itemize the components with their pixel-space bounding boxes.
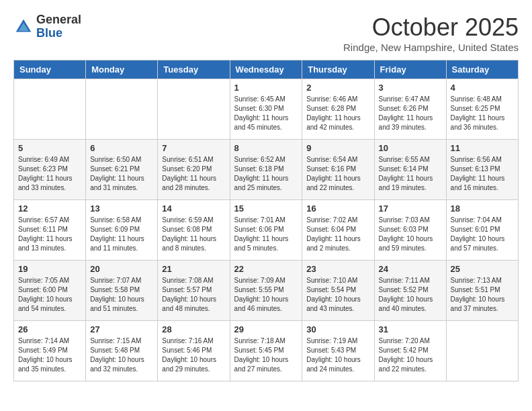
day-cell-2: 2Sunrise: 6:46 AM Sunset: 6:28 PM Daylig… bbox=[302, 79, 374, 140]
day-info-9: Sunrise: 6:54 AM Sunset: 6:16 PM Dayligh… bbox=[306, 155, 369, 193]
day-number-14: 14 bbox=[162, 203, 225, 214]
day-cell-13: 13Sunrise: 6:58 AM Sunset: 6:09 PM Dayli… bbox=[86, 200, 158, 261]
day-number-8: 8 bbox=[234, 143, 298, 153]
day-cell-22: 22Sunrise: 7:09 AM Sunset: 5:55 PM Dayli… bbox=[230, 261, 302, 321]
day-number-31: 31 bbox=[379, 324, 442, 334]
day-cell-6: 6Sunrise: 6:50 AM Sunset: 6:21 PM Daylig… bbox=[86, 140, 158, 200]
day-number-1: 1 bbox=[234, 83, 298, 93]
day-number-15: 15 bbox=[234, 203, 298, 214]
day-cell-11: 11Sunrise: 6:56 AM Sunset: 6:13 PM Dayli… bbox=[446, 140, 518, 200]
weekday-header-friday: Friday bbox=[374, 60, 446, 79]
week-row-4: 19Sunrise: 7:05 AM Sunset: 6:00 PM Dayli… bbox=[14, 261, 519, 321]
week-row-2: 5Sunrise: 6:49 AM Sunset: 6:23 PM Daylig… bbox=[14, 140, 519, 200]
logo-general: General bbox=[36, 13, 81, 27]
day-info-12: Sunrise: 6:57 AM Sunset: 6:11 PM Dayligh… bbox=[18, 216, 81, 253]
day-number-17: 17 bbox=[379, 203, 442, 214]
day-cell-25: 25Sunrise: 7:13 AM Sunset: 5:51 PM Dayli… bbox=[446, 261, 518, 321]
empty-cell bbox=[446, 321, 518, 381]
day-number-20: 20 bbox=[90, 264, 153, 274]
weekday-header-thursday: Thursday bbox=[302, 60, 374, 79]
week-row-1: 1Sunrise: 6:45 AM Sunset: 6:30 PM Daylig… bbox=[14, 79, 519, 140]
day-number-4: 4 bbox=[451, 83, 514, 93]
day-info-29: Sunrise: 7:18 AM Sunset: 5:45 PM Dayligh… bbox=[234, 336, 298, 374]
day-number-6: 6 bbox=[90, 143, 153, 153]
day-info-10: Sunrise: 6:55 AM Sunset: 6:14 PM Dayligh… bbox=[379, 155, 442, 193]
day-cell-23: 23Sunrise: 7:10 AM Sunset: 5:54 PM Dayli… bbox=[302, 261, 374, 321]
day-info-6: Sunrise: 6:50 AM Sunset: 6:21 PM Dayligh… bbox=[90, 155, 153, 193]
day-cell-4: 4Sunrise: 6:48 AM Sunset: 6:25 PM Daylig… bbox=[446, 79, 518, 140]
day-cell-15: 15Sunrise: 7:01 AM Sunset: 6:06 PM Dayli… bbox=[230, 200, 302, 261]
day-cell-30: 30Sunrise: 7:19 AM Sunset: 5:43 PM Dayli… bbox=[302, 321, 374, 381]
day-number-23: 23 bbox=[306, 264, 369, 274]
day-info-16: Sunrise: 7:02 AM Sunset: 6:04 PM Dayligh… bbox=[306, 216, 369, 253]
day-info-5: Sunrise: 6:49 AM Sunset: 6:23 PM Dayligh… bbox=[18, 155, 81, 193]
day-number-19: 19 bbox=[18, 264, 81, 274]
day-cell-7: 7Sunrise: 6:51 AM Sunset: 6:20 PM Daylig… bbox=[158, 140, 230, 200]
day-cell-3: 3Sunrise: 6:47 AM Sunset: 6:26 PM Daylig… bbox=[374, 79, 446, 140]
day-number-12: 12 bbox=[18, 203, 81, 214]
weekday-header-row: SundayMondayTuesdayWednesdayThursdayFrid… bbox=[14, 60, 519, 79]
day-number-22: 22 bbox=[234, 264, 298, 274]
logo-icon bbox=[13, 17, 34, 37]
weekday-header-sunday: Sunday bbox=[14, 60, 86, 79]
day-info-8: Sunrise: 6:52 AM Sunset: 6:18 PM Dayligh… bbox=[234, 155, 298, 193]
calendar-table: SundayMondayTuesdayWednesdayThursdayFrid… bbox=[13, 60, 519, 381]
day-info-30: Sunrise: 7:19 AM Sunset: 5:43 PM Dayligh… bbox=[306, 336, 369, 374]
week-row-5: 26Sunrise: 7:14 AM Sunset: 5:49 PM Dayli… bbox=[14, 321, 519, 381]
day-number-18: 18 bbox=[451, 203, 514, 214]
day-info-21: Sunrise: 7:08 AM Sunset: 5:57 PM Dayligh… bbox=[162, 276, 225, 314]
weekday-header-saturday: Saturday bbox=[446, 60, 518, 79]
day-info-11: Sunrise: 6:56 AM Sunset: 6:13 PM Dayligh… bbox=[451, 155, 514, 193]
day-cell-21: 21Sunrise: 7:08 AM Sunset: 5:57 PM Dayli… bbox=[158, 261, 230, 321]
logo-blue: Blue bbox=[36, 27, 81, 40]
day-info-20: Sunrise: 7:07 AM Sunset: 5:58 PM Dayligh… bbox=[90, 276, 153, 314]
day-info-14: Sunrise: 6:59 AM Sunset: 6:08 PM Dayligh… bbox=[162, 216, 225, 253]
day-cell-20: 20Sunrise: 7:07 AM Sunset: 5:58 PM Dayli… bbox=[86, 261, 158, 321]
day-info-28: Sunrise: 7:16 AM Sunset: 5:46 PM Dayligh… bbox=[162, 336, 225, 374]
day-number-29: 29 bbox=[234, 324, 298, 334]
day-number-24: 24 bbox=[379, 264, 442, 274]
day-number-13: 13 bbox=[90, 203, 153, 214]
weekday-header-monday: Monday bbox=[86, 60, 158, 79]
day-number-21: 21 bbox=[162, 264, 225, 274]
day-info-23: Sunrise: 7:10 AM Sunset: 5:54 PM Dayligh… bbox=[306, 276, 369, 314]
day-info-1: Sunrise: 6:45 AM Sunset: 6:30 PM Dayligh… bbox=[234, 95, 298, 132]
day-number-2: 2 bbox=[306, 83, 369, 93]
day-number-28: 28 bbox=[162, 324, 225, 334]
day-info-27: Sunrise: 7:15 AM Sunset: 5:48 PM Dayligh… bbox=[90, 336, 153, 374]
day-info-31: Sunrise: 7:20 AM Sunset: 5:42 PM Dayligh… bbox=[379, 336, 442, 374]
location: Rindge, New Hampshire, United States bbox=[343, 42, 519, 53]
weekday-header-wednesday: Wednesday bbox=[230, 60, 302, 79]
day-number-10: 10 bbox=[379, 143, 442, 153]
day-info-17: Sunrise: 7:03 AM Sunset: 6:03 PM Dayligh… bbox=[379, 216, 442, 253]
day-cell-29: 29Sunrise: 7:18 AM Sunset: 5:45 PM Dayli… bbox=[230, 321, 302, 381]
day-number-3: 3 bbox=[379, 83, 442, 93]
logo: General Blue bbox=[13, 13, 81, 40]
day-cell-9: 9Sunrise: 6:54 AM Sunset: 6:16 PM Daylig… bbox=[302, 140, 374, 200]
month-title: October 2025 bbox=[343, 13, 519, 42]
day-cell-28: 28Sunrise: 7:16 AM Sunset: 5:46 PM Dayli… bbox=[158, 321, 230, 381]
day-cell-27: 27Sunrise: 7:15 AM Sunset: 5:48 PM Dayli… bbox=[86, 321, 158, 381]
day-number-30: 30 bbox=[306, 324, 369, 334]
day-info-15: Sunrise: 7:01 AM Sunset: 6:06 PM Dayligh… bbox=[234, 216, 298, 253]
day-info-26: Sunrise: 7:14 AM Sunset: 5:49 PM Dayligh… bbox=[18, 336, 81, 374]
day-cell-8: 8Sunrise: 6:52 AM Sunset: 6:18 PM Daylig… bbox=[230, 140, 302, 200]
day-info-7: Sunrise: 6:51 AM Sunset: 6:20 PM Dayligh… bbox=[162, 155, 225, 193]
day-cell-16: 16Sunrise: 7:02 AM Sunset: 6:04 PM Dayli… bbox=[302, 200, 374, 261]
day-info-13: Sunrise: 6:58 AM Sunset: 6:09 PM Dayligh… bbox=[90, 216, 153, 253]
day-cell-14: 14Sunrise: 6:59 AM Sunset: 6:08 PM Dayli… bbox=[158, 200, 230, 261]
day-number-11: 11 bbox=[451, 143, 514, 153]
day-number-26: 26 bbox=[18, 324, 81, 334]
day-info-2: Sunrise: 6:46 AM Sunset: 6:28 PM Dayligh… bbox=[306, 95, 369, 132]
day-cell-18: 18Sunrise: 7:04 AM Sunset: 6:01 PM Dayli… bbox=[446, 200, 518, 261]
day-number-16: 16 bbox=[306, 203, 369, 214]
day-cell-24: 24Sunrise: 7:11 AM Sunset: 5:52 PM Dayli… bbox=[374, 261, 446, 321]
day-cell-17: 17Sunrise: 7:03 AM Sunset: 6:03 PM Dayli… bbox=[374, 200, 446, 261]
day-number-5: 5 bbox=[18, 143, 81, 153]
day-cell-5: 5Sunrise: 6:49 AM Sunset: 6:23 PM Daylig… bbox=[14, 140, 86, 200]
day-number-27: 27 bbox=[90, 324, 153, 334]
day-number-7: 7 bbox=[162, 143, 225, 153]
week-row-3: 12Sunrise: 6:57 AM Sunset: 6:11 PM Dayli… bbox=[14, 200, 519, 261]
day-cell-12: 12Sunrise: 6:57 AM Sunset: 6:11 PM Dayli… bbox=[14, 200, 86, 261]
empty-cell bbox=[86, 79, 158, 140]
